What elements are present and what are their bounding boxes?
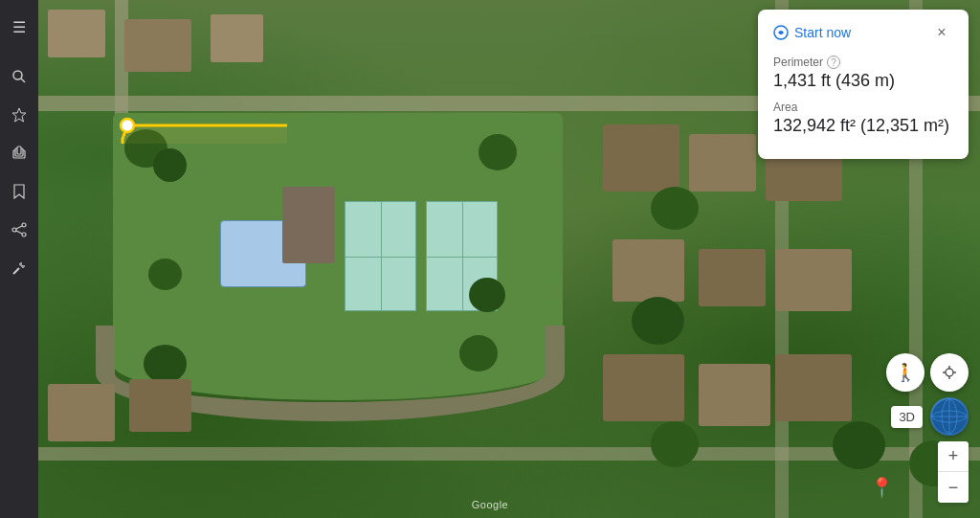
svg-point-15 [22, 233, 26, 236]
perimeter-value: 1,431 ft (436 m) [773, 71, 953, 91]
layers-icon[interactable] [2, 136, 36, 170]
location-button[interactable] [930, 353, 969, 392]
tree-cluster [651, 421, 699, 467]
svg-point-16 [12, 228, 16, 232]
perimeter-section: Perimeter ? 1,431 ft (436 m) [773, 56, 953, 91]
svg-line-19 [13, 268, 19, 274]
zoom-controls: + − [938, 441, 969, 503]
close-button[interactable]: × [930, 21, 953, 44]
perimeter-label: Perimeter ? [773, 56, 953, 69]
tree-cluster [469, 278, 505, 312]
share-icon[interactable] [2, 213, 36, 247]
tree-cluster [651, 187, 699, 230]
house-block [124, 19, 191, 72]
google-watermark: Google [472, 499, 508, 510]
area-value: 132,942 ft² (12,351 m²) [773, 116, 953, 136]
house-block [603, 354, 684, 421]
house-block [603, 124, 679, 191]
svg-line-18 [16, 231, 22, 234]
globe-icon[interactable] [930, 397, 969, 436]
star-icon[interactable] [2, 98, 36, 132]
house-block [689, 134, 756, 191]
menu-icon[interactable]: ☰ [2, 10, 36, 44]
tree-cluster [144, 345, 187, 383]
bottom-right-controls: 🚶 3D [886, 353, 969, 503]
tree-cluster [459, 335, 498, 372]
svg-line-9 [21, 79, 25, 82]
info-panel: Start now × Perimeter ? 1,431 ft (436 m)… [758, 10, 969, 159]
zoom-out-button[interactable]: − [938, 472, 969, 503]
bookmark-icon[interactable] [2, 174, 36, 209]
area-label: Area [773, 101, 953, 114]
svg-line-17 [16, 226, 22, 229]
house-block [612, 239, 684, 302]
house-block [48, 384, 115, 441]
start-now-button[interactable]: Start now [773, 25, 851, 40]
house-block [775, 249, 852, 311]
house-block [129, 379, 191, 432]
pegman-controls: 🚶 [886, 353, 969, 392]
sidebar: ☰ [0, 0, 38, 518]
tennis-court-1 [345, 201, 416, 311]
svg-rect-13 [17, 146, 21, 154]
tree-cluster [479, 134, 517, 170]
tree-cluster [148, 259, 182, 290]
house-block [775, 354, 852, 421]
building [282, 187, 335, 263]
tree-cluster [632, 297, 684, 345]
tools-icon[interactable] [2, 251, 36, 285]
area-section: Area 132,942 ft² (12,351 m²) [773, 101, 953, 136]
svg-point-14 [22, 223, 26, 227]
map-type-controls: 3D [891, 397, 969, 436]
map-container[interactable]: ☰ [0, 0, 980, 518]
threed-button[interactable]: 3D [891, 406, 923, 428]
house-block [48, 10, 105, 57]
svg-marker-10 [12, 108, 26, 122]
house-block [699, 364, 770, 426]
zoom-in-button[interactable]: + [938, 441, 969, 472]
search-icon[interactable] [2, 59, 36, 94]
red-pin: 📍 [870, 476, 894, 499]
house-block [211, 14, 263, 62]
svg-point-8 [13, 71, 22, 79]
tree-cluster [153, 148, 187, 182]
perimeter-help-icon[interactable]: ? [827, 56, 840, 69]
panel-header: Start now × [773, 21, 953, 44]
tree-cluster [833, 421, 885, 469]
svg-point-21 [946, 369, 953, 376]
house-block [699, 249, 766, 306]
pegman-button[interactable]: 🚶 [886, 353, 924, 392]
start-now-label: Start now [794, 25, 851, 40]
